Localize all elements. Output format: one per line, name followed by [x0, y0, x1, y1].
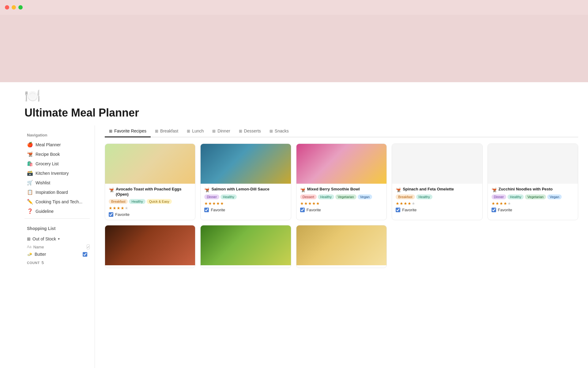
recipe-card-5[interactable]: 🫕 Zucchini Noodles with Pesto Dinner Hea… [488, 144, 578, 220]
shopping-list-header: Shopping List [24, 225, 90, 232]
tags-row-3: Dessert Healthy Vegetarian Vegan [300, 194, 383, 199]
bag-icon: 🛍️ [27, 161, 33, 167]
maximize-button[interactable] [18, 5, 23, 10]
nav-divider [24, 218, 90, 219]
butter-label: Butter [35, 252, 80, 257]
recipe-card-4[interactable]: 🫕 Spinach and Feta Omelette Breakfast He… [392, 144, 482, 220]
recipe-card-1[interactable]: 🫕 Avocado Toast with Poached Eggs (Open)… [105, 144, 195, 220]
recipe-title-5: Zucchini Noodles with Pesto [499, 187, 553, 192]
sidebar-item-meal-planner[interactable]: 🍎 Meal Planner [24, 140, 90, 149]
tab-desserts[interactable]: ⊞ Desserts [235, 125, 265, 137]
cart-icon: 🛒 [27, 180, 33, 186]
butter-checkbox[interactable] [83, 252, 87, 257]
favorite-row-3: Favorite [300, 208, 383, 212]
favorite-row-1: Favorite [109, 212, 191, 217]
tabs-bar: ⊞ Favorite Recipes ⊞ Breakfast ⊞ Lunch ⊞… [105, 125, 578, 137]
star-2-1: ★ [204, 201, 208, 206]
star-2-4: ★ [216, 201, 220, 206]
favorite-checkbox-2[interactable] [204, 208, 209, 212]
sidebar-item-guideline[interactable]: ❓ Guideline [24, 206, 90, 216]
tab-dinner[interactable]: ⊞ Dinner [208, 125, 234, 137]
sidebar-item-wishlist[interactable]: 🛒 Wishlist [24, 178, 90, 187]
star-3-5: ★ [316, 201, 320, 206]
tag-dinner-2: Dinner [204, 194, 219, 199]
table-icon: ⊞ [27, 236, 31, 241]
star-1-5: ★ [125, 206, 128, 210]
tab-favorite-recipes[interactable]: ⊞ Favorite Recipes [105, 125, 151, 137]
sidebar-item-recipe-book[interactable]: 🫕 Recipe Book [24, 149, 90, 159]
favorite-checkbox-1[interactable] [109, 212, 113, 217]
star-2-5: ★ [220, 201, 224, 206]
sidebar-label-recipe-book: Recipe Book [36, 152, 60, 157]
sidebar-label-inspiration-board: Inspiration Board [36, 190, 68, 195]
tab-snacks[interactable]: ⊞ Snacks [265, 125, 293, 137]
page-header: 🍽️ Ultimate Meal Planner [24, 82, 588, 125]
page-title: Ultimate Meal Planner [24, 106, 139, 119]
recipe-body-4: 🫕 Spinach and Feta Omelette Breakfast He… [392, 184, 482, 220]
tag-quick-1: Quick & Easy [147, 199, 172, 204]
grid-icon-desserts: ⊞ [239, 129, 242, 133]
recipe-icon-1: 🫕 [109, 187, 114, 193]
star-5-4: ★ [503, 201, 507, 206]
stars-row-5: ★ ★ ★ ★ ★ [492, 201, 574, 206]
tag-vegan-3: Vegan [358, 194, 372, 199]
recipe-icon-2: 🫕 [204, 187, 209, 193]
tags-row-1: Breakfast Healthy Quick & Easy [109, 199, 191, 204]
tab-lunch[interactable]: ⊞ Lunch [183, 125, 208, 137]
recipe-title-row-2: 🫕 Salmon with Lemon-Dill Sauce [204, 187, 287, 193]
recipe-card-8[interactable] [296, 225, 387, 268]
sidebar-label-grocery-list: Grocery List [36, 161, 58, 166]
star-4-1: ★ [396, 201, 399, 206]
count-value: 5 [42, 260, 44, 265]
sidebar-item-cooking-tips[interactable]: ✏️ Cooking Tips and Tech... [24, 197, 90, 206]
close-button[interactable] [5, 5, 9, 10]
recipe-card-3[interactable]: 🫕 Mixed Berry Smoothie Bowl Dessert Heal… [296, 144, 387, 220]
recipe-body-5: 🫕 Zucchini Noodles with Pesto Dinner Hea… [488, 184, 578, 220]
favorite-checkbox-3[interactable] [300, 208, 305, 212]
sidebar-label-wishlist: Wishlist [36, 180, 50, 185]
recipe-title-4: Spinach and Feta Omelette [403, 187, 454, 192]
recipe-title-3: Mixed Berry Smoothie Bowl [307, 187, 360, 192]
favorite-row-2: Favorite [204, 208, 287, 212]
star-1-2: ★ [113, 206, 116, 210]
grid-icon-snacks: ⊞ [270, 129, 273, 133]
favorite-checkbox-4[interactable] [396, 208, 400, 212]
pencil-icon: ✏️ [27, 199, 33, 205]
tag-vegetarian-3: Vegetarian [335, 194, 356, 199]
grid-icon-favorite: ⊞ [109, 129, 112, 133]
sidebar-item-grocery-list[interactable]: 🛍️ Grocery List [24, 159, 90, 168]
minimize-button[interactable] [12, 5, 16, 10]
tag-breakfast-1: Breakfast [109, 199, 128, 204]
sidebar-item-kitchen-inventory[interactable]: 🗃️ Kitchen Inventory [24, 168, 90, 178]
tab-breakfast[interactable]: ⊞ Breakfast [151, 125, 183, 137]
out-of-stock-group[interactable]: ⊞ Out of Stock ▾ [24, 235, 90, 243]
shopping-item-butter: 🧈 Butter [24, 251, 90, 258]
navigation-section-title: Navigation [24, 132, 90, 139]
recipe-card-2[interactable]: 🫕 Salmon with Lemon-Dill Sauce Dinner He… [200, 144, 291, 220]
star-2-3: ★ [212, 201, 216, 206]
titlebar [0, 0, 588, 15]
checkbox-empty-icon[interactable]: ✓ [87, 244, 90, 249]
star-4-4: ★ [408, 201, 411, 206]
sidebar-label-cooking-tips: Cooking Tips and Tech... [36, 199, 82, 204]
inventory-icon: 🗃️ [27, 170, 33, 176]
tag-healthy-5: Healthy [507, 194, 524, 199]
tag-healthy-4: Healthy [416, 194, 432, 199]
shopping-name-row: Aa ✓ [24, 243, 90, 251]
tag-dessert-3: Dessert [300, 194, 317, 199]
recipe-image-8 [296, 225, 386, 265]
recipe-card-7[interactable] [200, 225, 291, 268]
tag-dinner-5: Dinner [492, 194, 506, 199]
recipe-card-6[interactable] [105, 225, 195, 268]
hero-banner [0, 15, 588, 82]
star-5-3: ★ [499, 201, 503, 206]
recipe-icon-3: 🫕 [300, 187, 305, 193]
recipe-body-1: 🫕 Avocado Toast with Poached Eggs (Open)… [105, 184, 195, 220]
favorite-checkbox-5[interactable] [492, 208, 496, 212]
count-label: COUNT [27, 261, 40, 265]
sidebar-label-meal-planner: Meal Planner [36, 142, 61, 147]
sidebar-item-inspiration-board[interactable]: 📋 Inspiration Board [24, 187, 90, 197]
question-icon: ❓ [27, 208, 33, 214]
stars-row-1: ★ ★ ★ ★ ★ [109, 206, 191, 210]
name-input[interactable] [33, 245, 85, 249]
